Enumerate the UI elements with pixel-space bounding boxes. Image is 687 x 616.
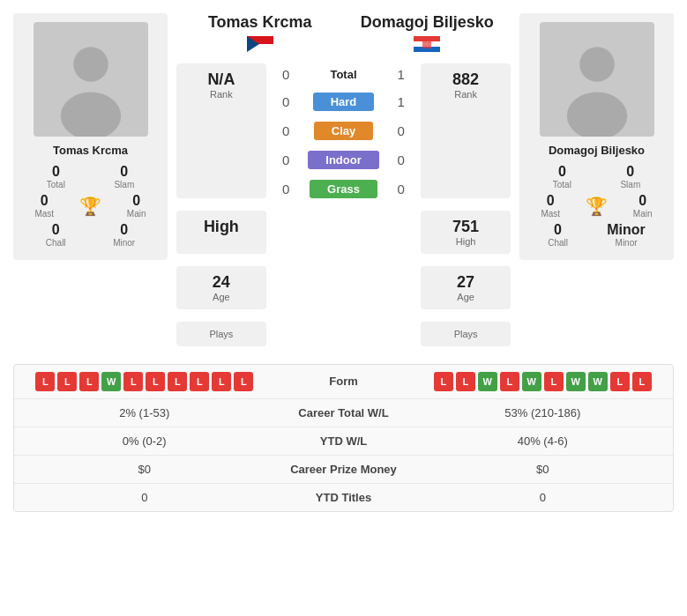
right-total-lbl: Total — [553, 180, 571, 189]
surface-rows: 0 Total 1 0 Hard 1 — [275, 63, 413, 205]
form-badge-l: L — [610, 372, 630, 391]
hard-row: 0 Hard 1 — [275, 89, 413, 115]
rank-row: N/A Rank 0 Total 1 0 — [176, 63, 511, 205]
right-player-name: Domagoj Biljesko — [528, 144, 665, 157]
right-main-lbl: Main — [633, 209, 653, 219]
svg-rect-8 — [422, 40, 431, 48]
right-chall-lbl: Chall — [548, 238, 568, 248]
career-total-right: 53% (210-186) — [423, 406, 663, 419]
hard-score-right: 1 — [390, 94, 412, 109]
right-mast-val: 0 — [541, 193, 560, 209]
high-spacer — [275, 211, 413, 261]
form-right-badges: LLWLWLWWLL — [423, 372, 663, 391]
prize-money-right: $0 — [423, 463, 663, 476]
left-name-header: Tomas Krcma — [176, 13, 344, 55]
ytd-titles-right: 0 — [423, 491, 663, 504]
right-chall-col: 0 Chall — [548, 222, 568, 248]
left-player-section: Tomas Krcma 0 Total 0 Slam 0 Mast — [13, 13, 168, 260]
right-slam-lbl: Slam — [620, 180, 640, 189]
left-player-card: Tomas Krcma 0 Total 0 Slam 0 Mast — [13, 13, 168, 260]
right-trophy-icon: 🏆 — [586, 196, 608, 217]
left-mast-lbl: Mast — [34, 209, 54, 219]
indoor-row: 0 Indoor 0 — [275, 147, 413, 173]
prize-money-label: Career Prize Money — [265, 463, 423, 476]
right-main-val: 0 — [633, 193, 653, 209]
clay-row: 0 Clay 0 — [275, 118, 413, 144]
left-flag — [176, 36, 344, 55]
left-mast-val: 0 — [34, 193, 54, 209]
right-age-lbl: Age — [431, 292, 500, 302]
right-rank-lbl: Rank — [431, 89, 500, 100]
right-plays-box: Plays — [421, 322, 511, 346]
indoor-score-right: 0 — [390, 152, 412, 167]
total-label: Total — [297, 67, 391, 81]
right-player-section: Domagoj Biljesko 0 Total 0 Slam 0 Mast — [519, 13, 674, 260]
form-center-label: Form — [265, 375, 423, 388]
right-player-avatar — [540, 22, 654, 137]
left-minor-col: 0 Minor — [113, 222, 135, 248]
svg-point-0 — [73, 47, 108, 82]
player-names-row: Tomas Krcma Domagoj Biljesko — [176, 13, 511, 55]
left-trophy-icon: 🏆 — [79, 196, 101, 217]
left-age-val: 24 — [187, 273, 256, 292]
form-badge-l: L — [190, 372, 209, 391]
comparison-container: Tomas Krcma 0 Total 0 Slam 0 Mast — [0, 0, 687, 525]
right-age-val: 27 — [431, 273, 500, 292]
prize-money-row: $0 Career Prize Money $0 — [14, 456, 673, 484]
form-left-badges: LLLWLLLLLL — [25, 372, 265, 391]
right-rank-box: 882 Rank — [421, 63, 511, 198]
left-player-avatar — [34, 22, 148, 137]
form-badge-l: L — [234, 372, 253, 391]
left-mast-col: 0 Mast — [34, 193, 54, 219]
ytd-wl-left: 0% (0-2) — [25, 434, 265, 448]
form-badge-l: L — [146, 372, 165, 391]
prize-money-left: $0 — [25, 463, 265, 476]
total-score-left: 0 — [275, 67, 297, 82]
right-minor-val: Minor — [607, 222, 646, 238]
svg-point-10 — [566, 93, 626, 137]
hard-label: Hard — [297, 93, 391, 111]
right-plays-lbl: Plays — [431, 329, 500, 339]
form-badge-l: L — [79, 372, 99, 391]
right-slam-val: 0 — [620, 164, 640, 180]
grass-row: 0 Grass 0 — [275, 176, 413, 202]
form-row: LLLWLLLLLL Form LLWLWLWWLL — [14, 365, 673, 399]
right-stats-row2: 0 Mast 🏆 0 Main — [528, 193, 665, 219]
svg-point-9 — [579, 47, 615, 82]
form-badge-l: L — [35, 372, 55, 391]
right-high-lbl: High — [431, 236, 500, 247]
right-name-title: Domagoj Biljesko — [344, 13, 512, 33]
grass-score-left: 0 — [275, 182, 297, 197]
form-badge-l: L — [434, 372, 453, 391]
right-player-card: Domagoj Biljesko 0 Total 0 Slam 0 Mast — [519, 13, 674, 260]
right-flag — [344, 36, 512, 55]
indoor-score-left: 0 — [275, 152, 297, 167]
career-total-label: Career Total W/L — [265, 406, 423, 419]
ytd-wl-right: 40% (4-6) — [423, 434, 663, 448]
left-total-val: 0 — [47, 164, 65, 180]
right-slam-col: 0 Slam — [620, 164, 640, 189]
age-spacer — [275, 266, 413, 316]
left-stats-row1: 0 Total 0 Slam — [22, 164, 159, 189]
ytd-titles-left: 0 — [25, 491, 265, 504]
left-rank-val: N/A — [187, 71, 256, 89]
left-chall-val: 0 — [46, 222, 66, 238]
left-total-lbl: Total — [47, 180, 65, 189]
left-chall-col: 0 Chall — [46, 222, 66, 248]
form-badge-w: W — [588, 372, 608, 391]
form-badge-w: W — [478, 372, 497, 391]
right-high-val: 751 — [431, 218, 500, 236]
right-chall-val: 0 — [548, 222, 568, 238]
left-slam-lbl: Slam — [114, 180, 134, 189]
hard-score-left: 0 — [275, 94, 297, 109]
age-row: 24 Age 27 Age — [176, 266, 511, 316]
form-badge-w: W — [101, 372, 121, 391]
left-minor-val: 0 — [113, 222, 135, 238]
right-mast-col: 0 Mast — [541, 193, 560, 219]
left-slam-col: 0 Slam — [114, 164, 134, 189]
left-slam-val: 0 — [114, 164, 134, 180]
left-name-title: Tomas Krcma — [176, 13, 344, 33]
ytd-wl-label: YTD W/L — [265, 434, 423, 448]
form-badge-l: L — [500, 372, 519, 391]
left-stats-row2: 0 Mast 🏆 0 Main — [22, 193, 159, 219]
